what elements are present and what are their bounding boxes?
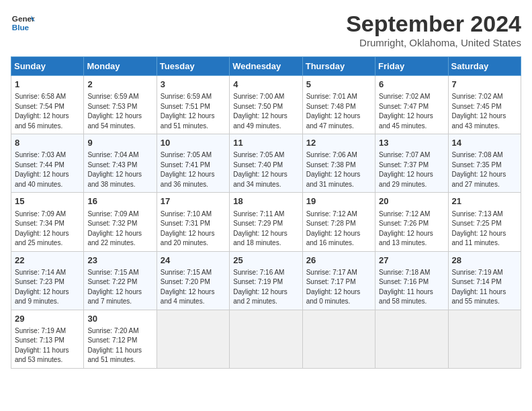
table-row: 17Sunrise: 7:10 AM Sunset: 7:31 PM Dayli… — [157, 193, 229, 251]
day-info: Sunrise: 7:09 AM Sunset: 7:34 PM Dayligh… — [15, 210, 80, 248]
day-number: 20 — [379, 195, 444, 208]
logo-icon: General Blue — [11, 11, 35, 35]
col-thursday: Thursday — [302, 57, 375, 76]
location: Drumright, Oklahoma, United States — [346, 37, 521, 48]
day-info: Sunrise: 7:15 AM Sunset: 7:22 PM Dayligh… — [87, 268, 152, 307]
day-number: 9 — [87, 137, 152, 149]
day-info: Sunrise: 7:17 AM Sunset: 7:17 PM Dayligh… — [306, 268, 371, 307]
day-info: Sunrise: 7:00 AM Sunset: 7:50 PM Dayligh… — [233, 92, 298, 131]
calendar-week-row: 29Sunrise: 7:19 AM Sunset: 7:13 PM Dayli… — [11, 310, 521, 368]
day-info: Sunrise: 7:12 AM Sunset: 7:26 PM Dayligh… — [379, 210, 444, 248]
table-row — [157, 310, 229, 368]
table-row: 21Sunrise: 7:13 AM Sunset: 7:25 PM Dayli… — [448, 193, 521, 251]
day-info: Sunrise: 7:13 AM Sunset: 7:25 PM Dayligh… — [452, 210, 517, 248]
table-row: 4Sunrise: 7:00 AM Sunset: 7:50 PM Daylig… — [230, 76, 302, 134]
header: General Blue September 2024 Drumright, O… — [11, 11, 521, 48]
title-area: September 2024 Drumright, Oklahoma, Unit… — [346, 11, 521, 48]
day-info: Sunrise: 6:59 AM Sunset: 7:51 PM Dayligh… — [161, 92, 226, 131]
day-info: Sunrise: 6:59 AM Sunset: 7:53 PM Dayligh… — [87, 92, 152, 131]
day-info: Sunrise: 7:18 AM Sunset: 7:16 PM Dayligh… — [379, 268, 444, 307]
day-number: 18 — [233, 195, 298, 208]
day-number: 23 — [87, 255, 152, 267]
day-info: Sunrise: 7:06 AM Sunset: 7:38 PM Dayligh… — [306, 150, 371, 189]
table-row: 26Sunrise: 7:17 AM Sunset: 7:17 PM Dayli… — [302, 251, 375, 310]
table-row — [375, 310, 448, 368]
day-info: Sunrise: 7:14 AM Sunset: 7:23 PM Dayligh… — [15, 268, 80, 307]
table-row: 16Sunrise: 7:09 AM Sunset: 7:32 PM Dayli… — [84, 193, 157, 251]
day-number: 10 — [161, 137, 226, 149]
table-row: 19Sunrise: 7:12 AM Sunset: 7:28 PM Dayli… — [302, 193, 375, 251]
logo: General Blue — [11, 11, 35, 35]
day-info: Sunrise: 7:08 AM Sunset: 7:35 PM Dayligh… — [452, 150, 517, 189]
day-number: 7 — [452, 79, 517, 91]
day-number: 24 — [161, 255, 226, 267]
day-info: Sunrise: 7:09 AM Sunset: 7:32 PM Dayligh… — [87, 210, 152, 248]
table-row: 11Sunrise: 7:05 AM Sunset: 7:40 PM Dayli… — [230, 134, 302, 193]
table-row — [230, 310, 302, 368]
table-row — [448, 310, 521, 368]
table-row: 29Sunrise: 7:19 AM Sunset: 7:13 PM Dayli… — [11, 310, 84, 368]
table-row: 20Sunrise: 7:12 AM Sunset: 7:26 PM Dayli… — [375, 193, 448, 251]
day-number: 19 — [306, 195, 371, 208]
day-number: 6 — [379, 79, 444, 91]
col-sunday: Sunday — [11, 57, 84, 76]
calendar-week-row: 15Sunrise: 7:09 AM Sunset: 7:34 PM Dayli… — [11, 193, 521, 251]
day-number: 26 — [306, 255, 371, 267]
table-row: 7Sunrise: 7:02 AM Sunset: 7:45 PM Daylig… — [448, 76, 521, 134]
table-row: 25Sunrise: 7:16 AM Sunset: 7:19 PM Dayli… — [230, 251, 302, 310]
day-info: Sunrise: 7:02 AM Sunset: 7:47 PM Dayligh… — [379, 92, 444, 131]
day-number: 4 — [233, 79, 298, 91]
day-number: 14 — [452, 137, 517, 149]
day-number: 22 — [15, 255, 80, 267]
table-row: 30Sunrise: 7:20 AM Sunset: 7:12 PM Dayli… — [84, 310, 157, 368]
day-info: Sunrise: 7:10 AM Sunset: 7:31 PM Dayligh… — [161, 210, 226, 248]
table-row — [302, 310, 375, 368]
day-number: 3 — [161, 79, 226, 91]
table-row: 3Sunrise: 6:59 AM Sunset: 7:51 PM Daylig… — [157, 76, 229, 134]
table-row: 28Sunrise: 7:19 AM Sunset: 7:14 PM Dayli… — [448, 251, 521, 310]
day-info: Sunrise: 7:20 AM Sunset: 7:12 PM Dayligh… — [87, 326, 152, 365]
day-info: Sunrise: 7:02 AM Sunset: 7:45 PM Dayligh… — [452, 92, 517, 131]
col-tuesday: Tuesday — [157, 57, 229, 76]
day-info: Sunrise: 7:12 AM Sunset: 7:28 PM Dayligh… — [306, 210, 371, 248]
table-row: 13Sunrise: 7:07 AM Sunset: 7:37 PM Dayli… — [375, 134, 448, 193]
day-info: Sunrise: 7:03 AM Sunset: 7:44 PM Dayligh… — [15, 150, 80, 189]
day-number: 5 — [306, 79, 371, 91]
day-info: Sunrise: 6:58 AM Sunset: 7:54 PM Dayligh… — [15, 92, 80, 131]
table-row: 23Sunrise: 7:15 AM Sunset: 7:22 PM Dayli… — [84, 251, 157, 310]
day-number: 13 — [379, 137, 444, 149]
calendar: Sunday Monday Tuesday Wednesday Thursday… — [11, 56, 521, 369]
table-row: 12Sunrise: 7:06 AM Sunset: 7:38 PM Dayli… — [302, 134, 375, 193]
day-number: 25 — [233, 255, 298, 267]
day-number: 30 — [87, 313, 152, 325]
table-row: 22Sunrise: 7:14 AM Sunset: 7:23 PM Dayli… — [11, 251, 84, 310]
col-wednesday: Wednesday — [230, 57, 302, 76]
day-info: Sunrise: 7:04 AM Sunset: 7:43 PM Dayligh… — [87, 150, 152, 189]
day-info: Sunrise: 7:07 AM Sunset: 7:37 PM Dayligh… — [379, 150, 444, 189]
day-number: 21 — [452, 195, 517, 208]
table-row: 9Sunrise: 7:04 AM Sunset: 7:43 PM Daylig… — [84, 134, 157, 193]
table-row: 15Sunrise: 7:09 AM Sunset: 7:34 PM Dayli… — [11, 193, 84, 251]
day-info: Sunrise: 7:16 AM Sunset: 7:19 PM Dayligh… — [233, 268, 298, 307]
day-number: 8 — [15, 137, 80, 149]
calendar-week-row: 1Sunrise: 6:58 AM Sunset: 7:54 PM Daylig… — [11, 76, 521, 134]
calendar-header-row: Sunday Monday Tuesday Wednesday Thursday… — [11, 57, 521, 76]
svg-text:Blue: Blue — [12, 23, 30, 32]
calendar-week-row: 8Sunrise: 7:03 AM Sunset: 7:44 PM Daylig… — [11, 134, 521, 193]
day-number: 15 — [15, 195, 80, 208]
col-friday: Friday — [375, 57, 448, 76]
table-row: 5Sunrise: 7:01 AM Sunset: 7:48 PM Daylig… — [302, 76, 375, 134]
col-monday: Monday — [84, 57, 157, 76]
day-info: Sunrise: 7:19 AM Sunset: 7:13 PM Dayligh… — [15, 326, 80, 365]
table-row: 6Sunrise: 7:02 AM Sunset: 7:47 PM Daylig… — [375, 76, 448, 134]
day-number: 17 — [161, 195, 226, 208]
day-number: 16 — [87, 195, 152, 208]
day-number: 29 — [15, 313, 80, 325]
day-info: Sunrise: 7:05 AM Sunset: 7:40 PM Dayligh… — [233, 150, 298, 189]
day-number: 2 — [87, 79, 152, 91]
table-row: 8Sunrise: 7:03 AM Sunset: 7:44 PM Daylig… — [11, 134, 84, 193]
day-info: Sunrise: 7:15 AM Sunset: 7:20 PM Dayligh… — [161, 268, 226, 307]
table-row: 27Sunrise: 7:18 AM Sunset: 7:16 PM Dayli… — [375, 251, 448, 310]
table-row: 1Sunrise: 6:58 AM Sunset: 7:54 PM Daylig… — [11, 76, 84, 134]
day-info: Sunrise: 7:05 AM Sunset: 7:41 PM Dayligh… — [161, 150, 226, 189]
